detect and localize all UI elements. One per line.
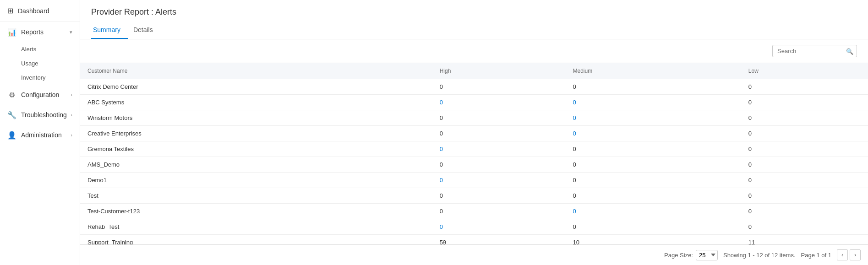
sidebar-item-dashboard[interactable]: ⊞ Dashboard [0,0,80,22]
search-input[interactable] [772,45,857,57]
tab-details[interactable]: Details [131,22,160,39]
sidebar-configuration-label: Configuration [21,91,59,98]
sidebar-item-usage[interactable]: Usage [21,56,80,70]
cell-customer-name: AMS_Demo [80,157,432,173]
cell-medium: 0 [566,95,741,110]
cell-customer-name: ABC Systems [80,95,432,110]
alerts-table: Customer Name High Medium Low Citrix Dem… [80,63,868,244]
medium-value[interactable]: 0 [573,130,576,137]
sidebar-troubleshooting-label: Troubleshooting [21,111,67,119]
table-row: AMS_Demo000 [80,157,868,173]
cell-medium: 0 [566,219,741,235]
sidebar-dashboard-label: Dashboard [18,7,49,15]
cell-low: 0 [741,219,868,235]
sidebar-item-configuration[interactable]: ⚙ Configuration › [0,85,80,105]
administration-icon: 👤 [7,130,16,140]
cell-medium: 0 [566,79,741,95]
cell-low: 0 [741,173,868,188]
cell-customer-name: Support_Training [80,235,432,245]
administration-chevron-icon: › [71,132,72,138]
table-row: Test-Customer-t123000 [80,204,868,219]
content-area: 🔍 Customer Name High Medium Low Citrix D… [80,39,868,244]
page-label: Page 1 of 1 [801,252,832,259]
configuration-icon: ⚙ [7,90,16,99]
table-wrap: Customer Name High Medium Low Citrix Dem… [80,63,868,244]
cell-customer-name: Creative Enterprises [80,126,432,141]
sidebar-item-reports[interactable]: 📊 Reports ▾ [0,22,80,42]
cell-low: 0 [741,204,868,219]
cell-medium: 0 [566,188,741,204]
prev-page-button[interactable]: ‹ [837,249,848,260]
table-row: Winstorm Motors000 [80,110,868,126]
troubleshooting-icon: 🔧 [7,110,16,119]
tabs: Summary Details [91,22,857,39]
medium-value[interactable]: 0 [573,114,576,121]
cell-low: 0 [741,110,868,126]
table-header-row: Customer Name High Medium Low [80,63,868,79]
table-row: Rehab_Test000 [80,219,868,235]
sidebar-item-alerts[interactable]: Alerts [21,42,80,56]
next-page-button[interactable]: › [850,249,861,260]
cell-medium: 0 [566,204,741,219]
high-value[interactable]: 0 [440,146,443,152]
table-row: Test000 [80,188,868,204]
cell-high: 0 [432,157,566,173]
page-size-label: Page Size: [664,252,693,259]
reports-icon: 📊 [7,27,16,37]
table-row: Creative Enterprises000 [80,126,868,141]
cell-medium: 0 [566,126,741,141]
configuration-chevron-icon: › [71,92,72,97]
cell-high: 0 [432,141,566,157]
cell-high: 0 [432,110,566,126]
sidebar-item-inventory[interactable]: Inventory [21,70,80,85]
cell-customer-name: Rehab_Test [80,219,432,235]
cell-customer-name: Citrix Demo Center [80,79,432,95]
tab-summary[interactable]: Summary [91,22,128,39]
search-input-wrap: 🔍 [772,45,857,57]
cell-low: 0 [741,157,868,173]
high-value[interactable]: 0 [440,177,443,184]
main-content: Provider Report : Alerts Summary Details… [80,0,868,265]
sidebar-item-troubleshooting[interactable]: 🔧 Troubleshooting › [0,105,80,125]
sidebar-item-administration[interactable]: 👤 Administration › [0,125,80,145]
cell-customer-name: Demo1 [80,173,432,188]
table-body: Citrix Demo Center000ABC Systems000Winst… [80,79,868,245]
dashboard-icon: ⊞ [7,6,13,15]
main-header: Provider Report : Alerts Summary Details [80,0,868,39]
cell-low: 0 [741,188,868,204]
cell-low: 0 [741,126,868,141]
cell-high: 0 [432,219,566,235]
page-size-wrap: Page Size: 25 10 50 100 [664,250,718,260]
sidebar: ⊞ Dashboard 📊 Reports ▾ Alerts Usage Inv… [0,0,80,265]
cell-high: 0 [432,173,566,188]
search-icon: 🔍 [846,48,853,54]
troubleshooting-chevron-icon: › [71,112,72,118]
col-customer-name: Customer Name [80,63,432,79]
showing-text: Showing 1 - 12 of 12 items. [723,252,796,259]
cell-high: 0 [432,95,566,110]
cell-customer-name: Winstorm Motors [80,110,432,126]
sidebar-reports-label: Reports [21,28,44,36]
high-value[interactable]: 0 [440,99,443,106]
cell-medium: 0 [566,157,741,173]
cell-medium: 10 [566,235,741,245]
cell-low: 0 [741,95,868,110]
cell-customer-name: Test [80,188,432,204]
reports-submenu: Alerts Usage Inventory [0,42,80,85]
table-footer: Page Size: 25 10 50 100 Showing 1 - 12 o… [80,244,868,265]
search-bar-row: 🔍 [80,39,868,63]
high-value[interactable]: 0 [440,223,443,230]
sidebar-administration-label: Administration [21,131,62,139]
cell-medium: 0 [566,173,741,188]
table-row: Demo1000 [80,173,868,188]
medium-value[interactable]: 0 [573,208,576,215]
medium-value[interactable]: 0 [573,99,576,106]
cell-high: 59 [432,235,566,245]
cell-high: 0 [432,188,566,204]
col-high: High [432,63,566,79]
table-row: Support_Training591011 [80,235,868,245]
cell-medium: 0 [566,110,741,126]
cell-customer-name: Test-Customer-t123 [80,204,432,219]
cell-high: 0 [432,126,566,141]
page-size-select[interactable]: 25 10 50 100 [696,250,718,260]
